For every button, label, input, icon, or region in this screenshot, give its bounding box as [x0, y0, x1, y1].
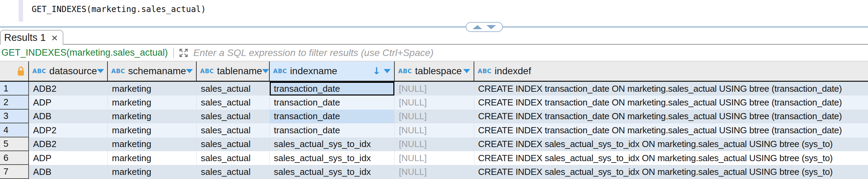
cell-datasource[interactable]: ADB2	[29, 137, 108, 151]
cell-datasource[interactable]: ADP	[29, 96, 108, 109]
cell-datasource[interactable]: ADB	[29, 165, 108, 179]
row-number-cell[interactable]: 2	[0, 96, 29, 109]
string-type-icon: ABC	[398, 68, 412, 75]
cell-indexname[interactable]: transaction_date	[270, 123, 395, 137]
cell-schemaname[interactable]: marketing	[108, 137, 197, 151]
sql-query-text[interactable]: GET_INDEXES(marketing.sales_actual)	[32, 4, 206, 14]
cell-indexname[interactable]: transaction_date	[270, 82, 395, 96]
cell-indexdef[interactable]: CREATE INDEX transaction_date ON marketi…	[474, 82, 868, 96]
cell-tablespace[interactable]: [NULL]	[395, 82, 474, 96]
grid-corner-cell[interactable]	[0, 61, 29, 81]
cell-indexdef[interactable]: CREATE INDEX transaction_date ON marketi…	[474, 123, 868, 137]
table-row[interactable]: 5ADB2marketingsales_actualsales_actual_s…	[0, 137, 868, 151]
cell-tablespace[interactable]: [NULL]	[395, 165, 474, 179]
column-filter-arrow-icon[interactable]	[463, 69, 470, 73]
grid-header: ABC datasource ABC schemaname ABC tablen…	[0, 61, 868, 82]
cell-tablespace[interactable]: [NULL]	[395, 137, 474, 151]
cell-schemaname[interactable]: marketing	[108, 110, 197, 123]
cell-datasource[interactable]: ADP2	[29, 123, 108, 137]
column-label: indexdef	[495, 66, 531, 77]
column-header-tablename[interactable]: ABC tablename	[197, 61, 270, 81]
row-number-cell[interactable]: 7	[0, 165, 29, 179]
cell-schemaname[interactable]: marketing	[108, 151, 197, 165]
cell-tablespace[interactable]: [NULL]	[395, 123, 474, 137]
column-label: tablename	[217, 66, 262, 77]
column-header-schemaname[interactable]: ABC schemaname	[108, 61, 197, 81]
tab-results-1[interactable]: Results 1 ×	[0, 30, 63, 45]
cell-indexdef[interactable]: CREATE INDEX transaction_date ON marketi…	[474, 96, 868, 109]
cell-indexname[interactable]: transaction_date	[270, 96, 395, 109]
cell-indexname[interactable]: sales_actual_sys_to_idx	[270, 165, 395, 179]
tab-label: Results 1	[4, 32, 46, 43]
cell-indexname[interactable]: sales_actual_sys_to_idx	[270, 151, 395, 165]
sort-descending-icon[interactable]: ↓	[373, 66, 381, 76]
string-type-icon: ABC	[200, 68, 214, 75]
cell-indexdef[interactable]: CREATE INDEX transaction_date ON marketi…	[474, 110, 868, 123]
column-filter-arrow-icon[interactable]	[97, 69, 104, 73]
panel-sash[interactable]	[0, 26, 868, 27]
cell-tablename[interactable]: sales_actual	[197, 110, 270, 123]
cell-indexname[interactable]: transaction_date	[270, 110, 395, 123]
cell-schemaname[interactable]: marketing	[108, 165, 197, 179]
expand-filter-icon[interactable]	[178, 47, 189, 58]
collapse-up-icon[interactable]	[473, 25, 482, 29]
string-type-icon: ABC	[111, 68, 125, 75]
cell-schemaname[interactable]: marketing	[108, 123, 197, 137]
table-row[interactable]: 3ADBmarketingsales_actualtransaction_dat…	[0, 110, 868, 123]
cell-indexdef[interactable]: CREATE INDEX sales_actual_sys_to_idx ON …	[474, 165, 868, 179]
tab-bar-divider	[54, 44, 868, 45]
results-grid: 1ADB2marketingsales_actualtransaction_da…	[0, 82, 868, 179]
table-row[interactable]: 6ADPmarketingsales_actualsales_actual_sy…	[0, 151, 868, 165]
cell-tablespace[interactable]: [NULL]	[395, 110, 474, 123]
row-number-cell[interactable]: 6	[0, 151, 29, 165]
row-number-cell[interactable]: 4	[0, 123, 29, 137]
table-row[interactable]: 4ADP2marketingsales_actualtransaction_da…	[0, 123, 868, 137]
row-number-cell[interactable]: 5	[0, 137, 29, 151]
results-tab-bar: Results 1 ×	[0, 27, 868, 45]
row-number-cell[interactable]: 1	[0, 82, 29, 96]
cell-tablespace[interactable]: [NULL]	[395, 96, 474, 109]
cell-indexdef[interactable]: CREATE INDEX sales_actual_sys_to_idx ON …	[474, 151, 868, 165]
column-header-indexname[interactable]: ABC indexname ↓	[270, 61, 395, 81]
readonly-lock-icon	[17, 66, 25, 76]
table-row[interactable]: 7ADBmarketingsales_actualsales_actual_sy…	[0, 165, 868, 179]
result-filter-bar: GET_INDEXES(marketing.sales_actual) Ente…	[0, 45, 868, 61]
cell-indexdef[interactable]: CREATE INDEX sales_actual_sys_to_idx ON …	[474, 137, 868, 151]
cell-schemaname[interactable]: marketing	[108, 96, 197, 109]
cell-indexname[interactable]: sales_actual_sys_to_idx	[270, 137, 395, 151]
column-filter-arrow-icon[interactable]	[262, 69, 269, 73]
cell-tablename[interactable]: sales_actual	[197, 123, 270, 137]
string-type-icon: ABC	[32, 68, 46, 75]
collapse-down-icon[interactable]	[486, 25, 496, 29]
cell-tablename[interactable]: sales_actual	[197, 82, 270, 96]
filter-expression-input[interactable]: Enter a SQL expression to filter results…	[193, 47, 433, 58]
column-label: tablespace	[415, 66, 462, 77]
editor-annotation-strip	[19, 0, 23, 22]
cell-tablespace[interactable]: [NULL]	[395, 151, 474, 165]
column-label: indexname	[290, 66, 337, 77]
sash-collapse-handle[interactable]	[466, 22, 503, 32]
cell-schemaname[interactable]: marketing	[108, 82, 197, 96]
column-label: schemaname	[128, 66, 186, 77]
column-filter-arrow-icon[interactable]	[384, 69, 391, 73]
sql-editor[interactable]: GET_INDEXES(marketing.sales_actual)	[0, 0, 868, 26]
string-type-icon: ABC	[273, 68, 287, 75]
column-header-tablespace[interactable]: ABC tablespace	[395, 61, 474, 81]
cell-datasource[interactable]: ADP	[29, 151, 108, 165]
cell-datasource[interactable]: ADB2	[29, 82, 108, 96]
cell-tablename[interactable]: sales_actual	[197, 165, 270, 179]
column-filter-arrow-icon[interactable]	[186, 69, 193, 73]
cell-datasource[interactable]: ADB	[29, 110, 108, 123]
column-header-indexdef[interactable]: ABC indexdef	[474, 61, 868, 81]
table-row[interactable]: 2ADPmarketingsales_actualtransaction_dat…	[0, 96, 868, 109]
column-label: datasource	[49, 66, 97, 77]
filter-separator	[173, 48, 174, 58]
column-header-datasource[interactable]: ABC datasource	[29, 61, 108, 81]
table-row[interactable]: 1ADB2marketingsales_actualtransaction_da…	[0, 82, 868, 96]
cell-tablename[interactable]: sales_actual	[197, 137, 270, 151]
row-number-cell[interactable]: 3	[0, 110, 29, 123]
cell-tablename[interactable]: sales_actual	[197, 151, 270, 165]
tab-close-icon[interactable]: ×	[51, 32, 58, 43]
executed-query-label[interactable]: GET_INDEXES(marketing.sales_actual)	[1, 47, 168, 58]
cell-tablename[interactable]: sales_actual	[197, 96, 270, 109]
